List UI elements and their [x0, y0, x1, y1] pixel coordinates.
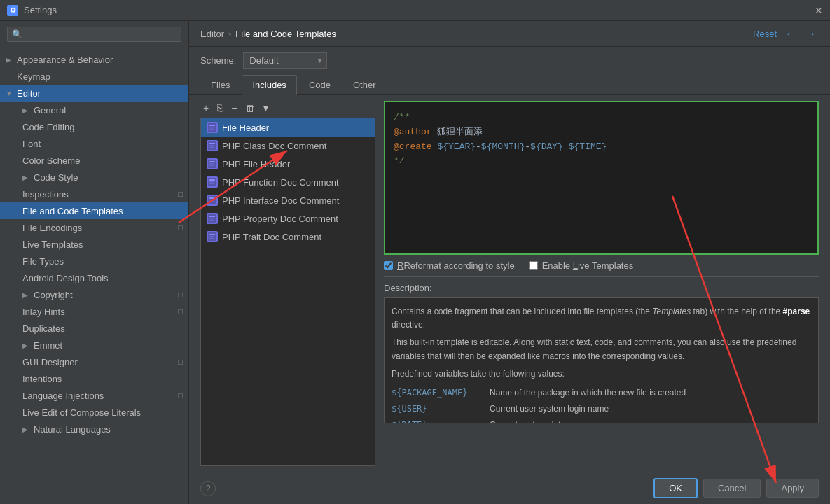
breadcrumb: Editor › File and Code Templates [200, 29, 336, 39]
ok-button[interactable]: OK [653, 478, 698, 498]
sidebar-item-font[interactable]: Font [0, 135, 188, 152]
remove-template-button[interactable]: − [228, 101, 240, 115]
sidebar-item-intentions[interactable]: Intentions [0, 370, 188, 387]
scheme-label: Scheme: [200, 55, 236, 66]
sidebar-item-appearance[interactable]: ▶ Appearance & Behavior [0, 51, 188, 68]
sidebar-item-file-encodings[interactable]: File Encodings □ [0, 219, 188, 236]
var-row-package: ${PACKAGE_NAME} Name of the package in w… [392, 386, 811, 400]
back-button[interactable]: ← [782, 27, 798, 41]
sidebar-item-copyright[interactable]: ▶ Copyright □ [0, 286, 188, 303]
sidebar-item-keymap[interactable]: Keymap [0, 68, 188, 85]
reformat-label: RReformat according to style [397, 260, 515, 271]
sidebar-item-code-style[interactable]: ▶ Code Style [0, 169, 188, 186]
delete-template-button[interactable]: 🗑 [242, 101, 258, 115]
sidebar-item-editor[interactable]: ▼ Editor [0, 85, 188, 102]
tab-other[interactable]: Other [343, 75, 387, 95]
cancel-button[interactable]: Cancel [703, 479, 761, 498]
copy-template-button[interactable]: ⎘ [214, 101, 226, 115]
template-item-php-interface-doc[interactable]: PHP Interface Doc Comment [201, 191, 375, 209]
svg-rect-9 [209, 161, 215, 162]
sidebar-item-file-types[interactable]: File Types [0, 253, 188, 270]
scheme-select-wrapper: Default Project ▼ [243, 52, 327, 69]
svg-rect-11 [209, 165, 214, 167]
help-button[interactable]: ? [200, 481, 216, 496]
svg-rect-18 [209, 200, 214, 201]
template-item-php-function-doc[interactable]: PHP Function Doc Comment [201, 173, 375, 191]
expand-arrow-emmet: ▶ [22, 342, 31, 349]
sidebar-item-code-editing[interactable]: Code Editing [0, 118, 188, 135]
svg-rect-22 [209, 218, 214, 219]
description-title: Description: [384, 283, 819, 293]
template-list: + ⎘ − 🗑 ▾ [200, 101, 375, 466]
desc-para-2: This built-in template is editable. Alon… [392, 336, 811, 363]
tab-includes[interactable]: Includes [242, 75, 296, 95]
template-content: + ⎘ − 🗑 ▾ [189, 95, 830, 472]
breadcrumb-parent: Editor [200, 29, 224, 39]
sidebar-item-android-design-tools[interactable]: Android Design Tools [0, 270, 188, 286]
expand-arrow-code-style: ▶ [22, 174, 31, 181]
add-template-button[interactable]: + [200, 101, 212, 115]
template-icon [207, 176, 218, 188]
code-editor-area: /** @author 狐狸半面添 @create ${YEAR}-${MONT… [384, 101, 819, 466]
template-item-php-file-header[interactable]: PHP File Header [201, 155, 375, 173]
svg-rect-2 [209, 127, 214, 128]
expand-arrow-copyright: ▶ [22, 291, 31, 299]
search-input[interactable] [7, 27, 181, 42]
var-row-date: ${DATE} Current system date [392, 419, 811, 424]
tab-code[interactable]: Code [298, 75, 341, 95]
sidebar-item-gui-designer[interactable]: GUI Designer □ [0, 354, 188, 370]
code-editor[interactable]: /** @author 狐狸半面添 @create ${YEAR}-${MONT… [384, 101, 819, 255]
app-icon: ⚙ [7, 5, 18, 16]
sidebar-item-natural-languages[interactable]: ▶ Natural Languages [0, 421, 188, 438]
template-item-php-trait-doc[interactable]: PHP Trait Doc Comment [201, 227, 375, 246]
expand-arrow-general: ▶ [22, 106, 31, 114]
live-templates-label: Enable Live Templates [542, 260, 634, 271]
template-item-php-property-doc[interactable]: PHP Property Doc Comment [201, 209, 375, 227]
sidebar-item-live-edit[interactable]: Live Edit of Compose Literals [0, 404, 188, 421]
sidebar-item-color-scheme[interactable]: Color Scheme [0, 152, 188, 169]
live-templates-checkbox[interactable] [529, 261, 538, 270]
reset-button[interactable]: Reset [753, 29, 777, 39]
sidebar: ▶ Appearance & Behavior Keymap ▼ Editor … [0, 21, 189, 504]
window-controls: ✕ [815, 5, 823, 16]
scheme-select[interactable]: Default Project [243, 52, 327, 69]
list-toolbar: + ⎘ − 🗑 ▾ [200, 101, 375, 115]
sidebar-item-general[interactable]: ▶ General [0, 102, 188, 118]
template-icon [207, 195, 218, 206]
breadcrumb-current: File and Code Templates [235, 29, 336, 39]
sidebar-item-file-code-templates[interactable]: File and Code Templates [0, 202, 188, 219]
sidebar-item-emmet[interactable]: ▶ Emmet [0, 337, 188, 354]
sidebar-item-inlay-hints[interactable]: Inlay Hints □ [0, 303, 188, 320]
sidebar-item-live-templates[interactable]: Live Templates [0, 236, 188, 253]
sidebar-item-language-injections[interactable]: Language Injections □ [0, 387, 188, 404]
expand-arrow-editor: ▼ [6, 90, 14, 97]
file-encodings-badge: □ [178, 223, 183, 232]
variable-table: ${PACKAGE_NAME} Name of the package in w… [392, 386, 811, 424]
template-item-php-class-doc[interactable]: PHP Class Doc Comment [201, 136, 375, 155]
svg-rect-3 [209, 129, 214, 130]
apply-button[interactable]: Apply [766, 479, 819, 498]
code-line-1: /** [394, 111, 809, 125]
checkboxes-bar: RReformat according to style Enable Live… [384, 255, 819, 276]
bottom-bar: ? OK Cancel Apply [189, 472, 830, 504]
tab-files[interactable]: Files [200, 75, 240, 95]
expand-arrow: ▶ [6, 56, 14, 64]
svg-rect-19 [209, 202, 214, 203]
template-icon [207, 213, 218, 224]
desc-para-1: Contains a code fragment that can be inc… [392, 305, 811, 332]
more-template-button[interactable]: ▾ [261, 101, 271, 115]
description-section: Description: Contains a code fragment th… [384, 276, 819, 424]
sidebar-item-inspections[interactable]: Inspections □ [0, 186, 188, 202]
reformat-checkbox-item[interactable]: RReformat according to style [384, 260, 515, 271]
live-templates-checkbox-item[interactable]: Enable Live Templates [529, 260, 634, 271]
forward-button[interactable]: → [803, 27, 819, 41]
sidebar-item-duplicates[interactable]: Duplicates [0, 320, 188, 337]
template-icon [207, 158, 218, 169]
template-list-items: File Header PHP Class Doc Comment [200, 118, 375, 466]
close-button[interactable]: ✕ [815, 5, 823, 16]
description-box: Contains a code fragment that can be inc… [384, 298, 819, 424]
var-row-user: ${USER} Current user system login name [392, 402, 811, 416]
reformat-checkbox[interactable] [384, 261, 393, 270]
template-item-file-header[interactable]: File Header [201, 118, 375, 136]
breadcrumb-separator: › [228, 29, 231, 39]
